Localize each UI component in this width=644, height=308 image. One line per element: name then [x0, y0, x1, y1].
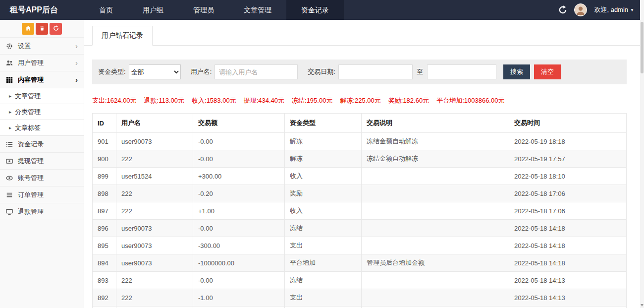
records-table-wrap: ID用户名交易额资金类型交易说明交易时间 901user90073-0.00解冻…	[92, 113, 627, 308]
scrollbar-down-arrow-icon[interactable]	[641, 304, 644, 307]
search-button[interactable]: 搜索	[503, 64, 530, 79]
table-cell: 收入	[285, 202, 362, 220]
chevron-right-icon: ›	[75, 76, 78, 83]
summary-item: 退款:113.00元	[144, 97, 184, 104]
avatar[interactable]	[574, 3, 587, 16]
table-cell: -0.00	[193, 272, 285, 289]
sidebar-subitem-label: 文章标签	[15, 123, 41, 132]
table-cell: 2022-05-18 14:18	[509, 237, 627, 254]
sidebar-subitem-label: 文章管理	[15, 92, 41, 101]
table-cell	[362, 168, 509, 185]
table-cell: 收入	[285, 168, 362, 185]
table-row: 893222-0.00冻结2022-05-18 14:13	[93, 272, 627, 289]
nav-item[interactable]: 资金记录	[286, 0, 344, 20]
date-label: 交易日期:	[308, 67, 335, 76]
column-header: 交易额	[193, 114, 285, 133]
clear-cache-button[interactable]	[36, 23, 48, 35]
sidebar-item[interactable]: 内容管理›	[0, 71, 84, 88]
grid-icon	[6, 76, 15, 83]
table-cell: 2022-05-18 14:18	[509, 254, 627, 272]
refresh-icon[interactable]	[558, 5, 567, 14]
table-cell: 222	[116, 272, 193, 289]
sidebar-item-label: 订单管理	[18, 190, 78, 199]
table-cell: 支出	[285, 237, 362, 254]
clear-button[interactable]: 清空	[534, 64, 561, 79]
home-icon	[25, 24, 31, 33]
tab-user-diamond-records[interactable]: 用户钻石记录	[92, 26, 153, 46]
table-cell: user90073	[116, 237, 193, 254]
nav-item[interactable]: 文章管理	[229, 0, 286, 20]
sidebar-subitem[interactable]: ▸文章管理	[0, 88, 84, 104]
fund-type-select[interactable]: 全部	[129, 64, 181, 79]
money-icon	[6, 158, 15, 165]
lines-icon	[6, 191, 15, 198]
table-cell	[362, 272, 509, 289]
triangle-right-icon: ▸	[9, 93, 11, 99]
app-brand: 租号APP后台	[0, 0, 84, 20]
table-row: 892222-1.00支出2022-05-18 14:13	[93, 289, 627, 307]
username-input[interactable]	[215, 64, 298, 79]
table-cell: 支出	[285, 289, 362, 307]
sidebar-item[interactable]: 账号管理	[0, 170, 84, 186]
table-cell: 222	[116, 289, 193, 307]
summary-bar: 支出:1624.00元退款:113.00元收入:1583.00元提现:434.4…	[92, 96, 632, 105]
summary-item: 平台增加:1003866.00元	[436, 97, 504, 104]
table-cell: 2022-05-19 17:57	[509, 150, 627, 168]
table-cell	[362, 237, 509, 254]
refresh-button[interactable]	[50, 23, 62, 35]
table-cell: 2022-05-18 14:13	[509, 272, 627, 289]
sidebar-item[interactable]: 资金记录	[0, 136, 84, 153]
sidebar-item[interactable]: 提现管理	[0, 153, 84, 170]
table-cell: 解冻	[285, 133, 362, 150]
table-head-row: ID用户名交易额资金类型交易说明交易时间	[93, 114, 627, 133]
table-cell: -0.00	[193, 150, 285, 168]
table-cell: 892	[93, 289, 116, 307]
sidebar-subitem[interactable]: ▸文章标签	[0, 120, 84, 136]
summary-item: 冻结:195.00元	[292, 97, 332, 104]
vertical-scrollbar	[640, 0, 644, 308]
filter-bar: 资金类型: 全部 用户名: 交易日期: 至 搜索 清空	[92, 60, 627, 84]
table-cell: 898	[93, 185, 116, 202]
home-button[interactable]	[22, 23, 34, 35]
sidebar-subitem[interactable]: ▸分类管理	[0, 104, 84, 120]
header-right: 欢迎, admin▼	[558, 0, 644, 20]
table-cell: 897	[93, 202, 116, 220]
table-cell: -300.00	[193, 237, 285, 254]
nav-item[interactable]: 首页	[84, 0, 128, 20]
column-header: 交易说明	[362, 114, 509, 133]
nav-item[interactable]: 用户组	[128, 0, 178, 20]
table-row: 898222-0.20奖励2022-05-18 17:06	[93, 185, 627, 202]
table-cell: user51524	[116, 168, 193, 185]
table-row: 897222+1.00收入2022-05-18 17:06	[93, 202, 627, 220]
table-cell: 2022-05-18 17:06	[509, 185, 627, 202]
table-cell: 222	[116, 202, 193, 220]
table-cell	[362, 289, 509, 307]
sidebar-item-label: 设置	[18, 42, 75, 51]
date-start-input[interactable]	[338, 64, 413, 79]
date-end-input[interactable]	[427, 64, 496, 79]
nav-item[interactable]: 管理员	[178, 0, 229, 20]
sidebar-item[interactable]: 用户管理›	[0, 55, 84, 71]
quick-buttons	[0, 20, 84, 38]
table-cell: user90073	[116, 254, 193, 272]
sidebar-item[interactable]: 设置›	[0, 38, 84, 55]
date-to-label: 至	[417, 67, 423, 76]
sidebar: 设置›用户管理›内容管理›▸文章管理▸分类管理▸文章标签资金记录提现管理账号管理…	[0, 20, 84, 308]
table-cell: +300.00	[193, 168, 285, 185]
caret-down-icon: ▼	[630, 8, 634, 12]
summary-item: 奖励:182.60元	[388, 97, 429, 104]
table-cell: 893	[93, 272, 116, 289]
table-cell	[362, 185, 509, 202]
gear-icon	[6, 43, 15, 50]
sidebar-item[interactable]: 订单管理	[0, 186, 84, 203]
table-row: 891user62038-1.00解冻冻结金额自动解冻2022-02-01 21…	[93, 307, 627, 308]
summary-item: 解冻:225.00元	[340, 97, 380, 104]
user-menu[interactable]: 欢迎, admin▼	[594, 5, 634, 14]
column-header: ID	[93, 114, 116, 133]
chevron-right-icon: ›	[75, 42, 78, 50]
table-cell: -0.00	[193, 220, 285, 237]
scrollbar-thumb[interactable]	[641, 22, 644, 73]
sidebar-item[interactable]: 退款管理	[0, 203, 84, 220]
column-header: 用户名	[116, 114, 193, 133]
column-header: 交易时间	[509, 114, 627, 133]
